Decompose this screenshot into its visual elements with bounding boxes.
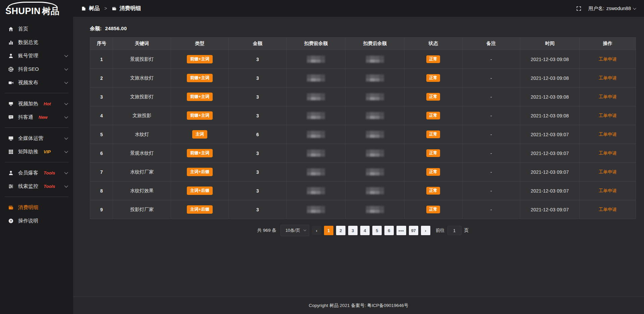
video-icon xyxy=(8,80,14,86)
ticket-apply-link[interactable]: 工单申请 xyxy=(599,169,617,174)
page-button-97[interactable]: 97 xyxy=(409,226,418,235)
page-more-button[interactable]: ••• xyxy=(396,226,406,235)
balance-label: 余额: xyxy=(90,25,102,31)
goto-page-input[interactable] xyxy=(447,226,462,235)
sidebar-item-label: 数据总览 xyxy=(18,39,38,46)
pre-balance-cell xyxy=(286,88,345,106)
monitor-icon xyxy=(8,136,14,141)
sidebar-item-matrix-boost[interactable]: 矩阵助推 VIP xyxy=(0,145,73,158)
sidebar-item-all-media-ops[interactable]: 全媒体运营 xyxy=(0,132,73,145)
sidebar-item-data-overview[interactable]: 数据总览 xyxy=(0,36,73,49)
sidebar-item-operation-guide[interactable]: 操作说明 xyxy=(0,214,73,227)
ticket-apply-link[interactable]: 工单申请 xyxy=(599,94,617,99)
sidebar-item-video-heating[interactable]: 视频加热 Hot xyxy=(0,97,73,110)
type-cell: 主词+后缀 xyxy=(171,163,228,181)
redacted-balance xyxy=(307,93,325,100)
amount-cell: 6 xyxy=(229,125,286,144)
username-label: 用户名: xyxy=(588,5,604,12)
page-button-1[interactable]: 1 xyxy=(324,226,333,235)
seq-cell: 2 xyxy=(90,69,113,88)
type-badge: 前缀+主词 xyxy=(187,74,213,82)
sidebar-item-account-manage[interactable]: 账号管理 xyxy=(0,49,73,62)
time-cell: 2021-12-03 09:07 xyxy=(520,163,580,181)
ticket-apply-link[interactable]: 工单申请 xyxy=(599,57,617,62)
column-header: 备注 xyxy=(462,38,520,50)
page-button-5[interactable]: 5 xyxy=(372,226,382,235)
column-header: 金额 xyxy=(229,38,286,50)
next-page-button[interactable]: › xyxy=(421,226,430,235)
status-cell: 正常 xyxy=(405,106,462,125)
goto-label: 前往 xyxy=(436,227,445,233)
post-balance-cell xyxy=(345,181,405,200)
sidebar-divider xyxy=(5,197,68,197)
sidebar-item-tag: VIP xyxy=(44,149,51,154)
ticket-apply-link[interactable]: 工单申请 xyxy=(599,113,617,118)
ticket-apply-link[interactable]: 工单申请 xyxy=(599,75,617,81)
sidebar-divider xyxy=(5,162,68,162)
page-size-select[interactable]: 10条/页 xyxy=(280,225,309,236)
time-cell: 2021-12-03 09:07 xyxy=(520,125,580,144)
type-badge: 前缀+主词 xyxy=(187,111,213,120)
redacted-balance xyxy=(366,131,384,138)
post-balance-cell xyxy=(345,200,405,219)
chart-icon xyxy=(8,40,14,45)
seq-cell: 6 xyxy=(90,144,113,163)
user-menu-trigger[interactable]: 用户名: zswodun88 xyxy=(588,5,635,12)
type-cell: 前缀+主词 xyxy=(171,88,228,106)
action-cell: 工单申请 xyxy=(580,163,636,181)
seq-cell: 9 xyxy=(90,200,113,219)
page-button-6[interactable]: 6 xyxy=(384,226,394,235)
page-button-2[interactable]: 2 xyxy=(336,226,345,235)
sidebar-item-home[interactable]: 首页 xyxy=(0,22,73,36)
status-badge: 正常 xyxy=(426,112,440,119)
ticket-apply-link[interactable]: 工单申请 xyxy=(599,207,617,212)
note-cell: - xyxy=(462,69,520,88)
table-header-row: 序号关键词类型金额扣费前余额扣费后余额状态备注时间操作 xyxy=(90,38,636,50)
username-value: zswodun88 xyxy=(606,6,631,11)
fullscreen-icon[interactable] xyxy=(576,6,582,11)
sidebar-item-douketong[interactable]: 抖客通 New xyxy=(0,110,73,124)
sidebar-item-label: 操作说明 xyxy=(18,218,38,224)
note-cell: - xyxy=(462,125,520,144)
sidebar-item-douyin-seo[interactable]: 抖音SEO xyxy=(0,62,73,76)
ticket-apply-link[interactable]: 工单申请 xyxy=(599,188,617,193)
goto-page: 前往 页 xyxy=(436,226,469,235)
status-badge: 正常 xyxy=(426,74,440,82)
page-button-4[interactable]: 4 xyxy=(360,226,370,235)
action-cell: 工单申请 xyxy=(580,69,636,88)
type-badge: 主词+后缀 xyxy=(187,187,213,195)
amount-cell: 3 xyxy=(229,69,286,88)
type-badge: 主词 xyxy=(192,130,207,139)
keyword-cell: 投影灯厂家 xyxy=(113,200,171,219)
type-badge: 前缀+主词 xyxy=(187,149,213,157)
sidebar-item-member-burst[interactable]: 会员爆客 Tools xyxy=(0,166,73,179)
sidebar-item-lead-monitor[interactable]: 线索监控 Tools xyxy=(0,179,73,193)
redacted-balance xyxy=(366,150,384,157)
type-badge: 主词+后缀 xyxy=(187,168,213,176)
pre-balance-cell xyxy=(286,181,345,200)
grid-icon xyxy=(8,149,14,155)
table-row: 9 投影灯厂家 主词+后缀 3 正常 - 2021-12-03 09:07 工单… xyxy=(90,200,636,219)
wallet-icon xyxy=(8,205,14,210)
breadcrumb-root[interactable]: 树品 xyxy=(89,5,100,12)
note-cell: - xyxy=(462,200,520,219)
redacted-balance xyxy=(366,168,384,175)
sidebar-item-consumption-detail[interactable]: 消费明细 xyxy=(0,201,73,214)
prev-page-button[interactable]: ‹ xyxy=(312,226,321,235)
seq-cell: 8 xyxy=(90,181,113,200)
action-cell: 工单申请 xyxy=(580,88,636,106)
redacted-balance xyxy=(307,168,325,175)
post-balance-cell xyxy=(345,125,405,144)
ticket-apply-link[interactable]: 工单申请 xyxy=(599,132,617,137)
column-header: 扣费前余额 xyxy=(286,38,345,50)
page-button-3[interactable]: 3 xyxy=(348,226,358,235)
post-balance-cell xyxy=(345,69,405,88)
footer: Copyright 树品 2021 备案号: 粤ICP备09019646号 xyxy=(73,297,644,314)
table-body: 1 景观投影灯 前缀+主词 3 正常 - 2021-12-03 09:08 工单… xyxy=(90,50,636,219)
ticket-apply-link[interactable]: 工单申请 xyxy=(599,151,617,156)
sidebar-item-video-publish[interactable]: 视频发布 xyxy=(0,76,73,89)
action-cell: 工单申请 xyxy=(580,144,636,163)
redacted-balance xyxy=(366,56,384,63)
pre-balance-cell xyxy=(286,163,345,181)
action-cell: 工单申请 xyxy=(580,125,636,144)
